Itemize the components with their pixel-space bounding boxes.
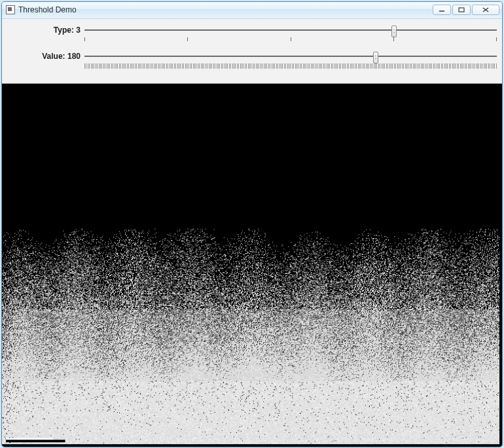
title-bar[interactable]: Threshold Demo [2,2,502,19]
image-display-area [2,84,502,447]
window-buttons [433,5,499,15]
control-panel: Type: 3 Value: 180 [2,19,502,84]
close-button[interactable] [472,5,499,15]
value-row: Value: 180 [7,50,497,77]
value-slider-thumb[interactable] [373,52,378,63]
minimize-icon [439,7,445,12]
type-slider-thumb[interactable] [391,26,397,37]
close-icon [482,7,490,12]
app-icon [6,5,15,14]
type-slider[interactable] [84,24,497,48]
maximize-button[interactable] [452,5,471,15]
type-row: Type: 3 [7,24,497,50]
svg-rect-1 [459,8,464,12]
value-slider[interactable] [84,50,497,74]
window-title: Threshold Demo [18,5,77,14]
value-value-text: 180 [67,52,81,61]
value-slider-ticks [84,63,497,69]
threshold-output-image [2,84,502,447]
value-label: Value: 180 [7,50,84,61]
maximize-icon [458,7,465,12]
app-window: Threshold Demo Ty [1,1,503,447]
minimize-button[interactable] [433,5,451,15]
type-label: Type: 3 [7,24,84,35]
type-slider-ticks [84,37,497,44]
type-value-text: 3 [76,26,81,35]
